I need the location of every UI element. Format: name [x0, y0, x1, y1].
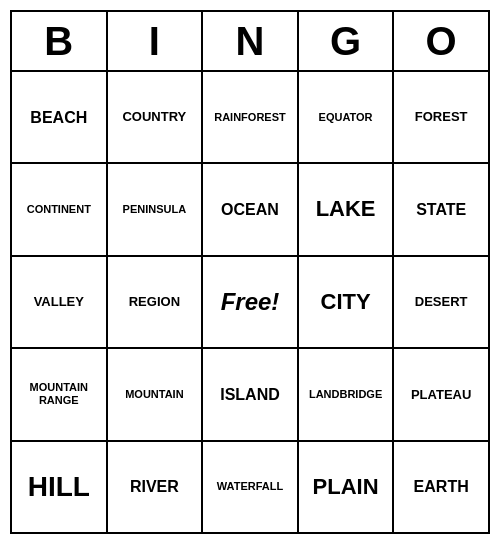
bingo-cell-1-0: CONTINENT — [12, 164, 108, 254]
bingo-cell-2-4: DESERT — [394, 257, 488, 347]
header-letter-I: I — [108, 12, 204, 70]
header-letter-N: N — [203, 12, 299, 70]
bingo-cell-0-0: BEACH — [12, 72, 108, 162]
bingo-cell-4-1: RIVER — [108, 442, 204, 532]
bingo-cell-3-4: PLATEAU — [394, 349, 488, 439]
bingo-cell-4-0: HILL — [12, 442, 108, 532]
bingo-cell-2-3: CITY — [299, 257, 395, 347]
bingo-row-1: CONTINENTPENINSULAOCEANLAKESTATE — [12, 164, 488, 256]
bingo-cell-3-1: MOUNTAIN — [108, 349, 204, 439]
bingo-cell-1-3: LAKE — [299, 164, 395, 254]
bingo-cell-1-4: STATE — [394, 164, 488, 254]
bingo-cell-3-2: ISLAND — [203, 349, 299, 439]
bingo-row-3: MOUNTAIN RANGEMOUNTAINISLANDLANDBRIDGEPL… — [12, 349, 488, 441]
header-letter-G: G — [299, 12, 395, 70]
bingo-cell-4-3: PLAIN — [299, 442, 395, 532]
bingo-row-2: VALLEYREGIONFree!CITYDESERT — [12, 257, 488, 349]
bingo-cell-0-1: COUNTRY — [108, 72, 204, 162]
bingo-cell-2-0: VALLEY — [12, 257, 108, 347]
bingo-cell-0-3: EQUATOR — [299, 72, 395, 162]
bingo-cell-3-3: LANDBRIDGE — [299, 349, 395, 439]
bingo-cell-3-0: MOUNTAIN RANGE — [12, 349, 108, 439]
bingo-cell-2-1: REGION — [108, 257, 204, 347]
bingo-header: BINGO — [12, 12, 488, 72]
bingo-card: BINGO BEACHCOUNTRYRAINFORESTEQUATORFORES… — [10, 10, 490, 534]
bingo-cell-0-4: FOREST — [394, 72, 488, 162]
header-letter-B: B — [12, 12, 108, 70]
bingo-cell-4-2: WATERFALL — [203, 442, 299, 532]
bingo-cell-4-4: EARTH — [394, 442, 488, 532]
bingo-cell-1-2: OCEAN — [203, 164, 299, 254]
bingo-row-0: BEACHCOUNTRYRAINFORESTEQUATORFOREST — [12, 72, 488, 164]
header-letter-O: O — [394, 12, 488, 70]
bingo-cell-2-2: Free! — [203, 257, 299, 347]
bingo-cell-1-1: PENINSULA — [108, 164, 204, 254]
bingo-grid: BEACHCOUNTRYRAINFORESTEQUATORFORESTCONTI… — [12, 72, 488, 532]
bingo-row-4: HILLRIVERWATERFALLPLAINEARTH — [12, 442, 488, 532]
bingo-cell-0-2: RAINFOREST — [203, 72, 299, 162]
